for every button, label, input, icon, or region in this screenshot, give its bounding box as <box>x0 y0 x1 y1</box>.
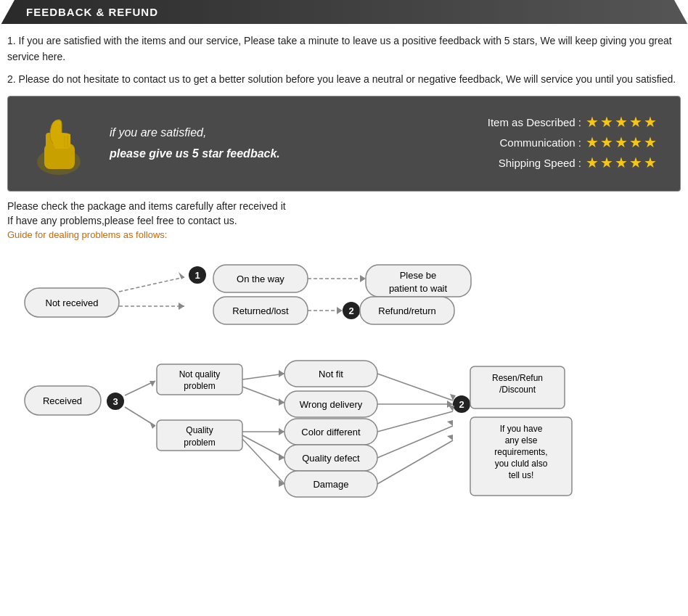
returned-lost-label: Returned/lost <box>232 305 289 316</box>
star-ratings: Item as Described : ★★★★★ Communication … <box>472 113 658 174</box>
not-quality-label-2: problem <box>184 381 215 391</box>
svg-marker-7 <box>179 272 184 279</box>
rating-stars-0: ★★★★★ <box>586 113 658 131</box>
info-line2: If have any problems,please feel free to… <box>7 215 681 226</box>
svg-line-6 <box>119 277 184 292</box>
svg-marker-15 <box>360 275 366 282</box>
color-different-label: Color different <box>301 427 361 438</box>
svg-marker-38 <box>279 428 284 435</box>
svg-marker-20 <box>337 307 343 314</box>
svg-line-55 <box>377 426 453 458</box>
rating-row-2: Shipping Speed : ★★★★★ <box>472 154 658 171</box>
svg-line-57 <box>377 440 453 484</box>
not-fit-label: Not fit <box>319 369 343 379</box>
svg-text:1: 1 <box>194 270 200 281</box>
quality-defect-label: Quality defect <box>302 453 360 464</box>
info-line1: Please check the package and items caref… <box>7 200 681 212</box>
if-you-have-2: any else <box>505 435 538 445</box>
please-wait-line1: Plese be <box>400 270 437 281</box>
paragraph-2: 2. Please do not hesitate to contact us … <box>7 71 681 87</box>
damage-label: Damage <box>313 479 348 490</box>
paragraph-1: 1. If you are satisfied with the items a… <box>7 33 681 65</box>
if-you-have-1: If you have <box>500 424 543 434</box>
svg-line-53 <box>377 411 453 432</box>
quality-prob-label-2: problem <box>184 438 215 448</box>
thumb-icon <box>30 111 88 176</box>
rating-label-1: Communication : <box>472 136 581 149</box>
guide-text: Guide for dealing problems as follows: <box>7 229 681 240</box>
main-content: 1. If you are satisfied with the items a… <box>0 33 688 513</box>
rating-stars-2: ★★★★★ <box>586 154 658 171</box>
feedback-line2: please give us 5 star feedback. <box>110 144 280 165</box>
rating-label-2: Shipping Speed : <box>472 157 581 169</box>
not-quality-label-1: Not quality <box>179 369 221 379</box>
feedback-line1: if you are satisfied, <box>110 123 280 144</box>
svg-marker-54 <box>449 406 454 411</box>
if-you-have-5: tell us! <box>509 470 534 480</box>
received-label: Received <box>43 395 82 406</box>
svg-line-41 <box>242 439 284 484</box>
if-you-have-3: requirements, <box>494 447 547 457</box>
svg-marker-56 <box>447 420 453 426</box>
svg-line-39 <box>242 435 284 458</box>
refund-return-label: Refund/return <box>378 305 436 316</box>
svg-text:2: 2 <box>459 399 464 410</box>
flow-diagram: Not received 1 On the way Returned/lost … <box>17 252 671 513</box>
svg-marker-32 <box>279 370 284 377</box>
feedback-text: if you are satisfied, please give us 5 s… <box>110 123 280 165</box>
rating-row-0: Item as Described : ★★★★★ <box>472 113 658 131</box>
rating-stars-1: ★★★★★ <box>586 134 658 151</box>
svg-text:3: 3 <box>112 396 118 407</box>
svg-line-31 <box>242 374 284 379</box>
svg-marker-11 <box>179 303 184 310</box>
rating-row-1: Communication : ★★★★★ <box>472 134 658 151</box>
resen-label-1: Resen/Refun <box>492 373 543 383</box>
quality-prob-label-1: Quality <box>186 425 213 435</box>
please-wait-line2: patient to wait <box>389 283 448 294</box>
svg-line-48 <box>377 374 453 401</box>
header-title: FEEDBACK & REFUND <box>26 6 158 18</box>
header-bar: FEEDBACK & REFUND <box>0 0 688 24</box>
resen-label-2: /Discount <box>499 385 536 395</box>
if-you-have-4: you cluld also <box>495 459 548 469</box>
on-the-way-label: On the way <box>237 274 284 284</box>
feedback-banner: if you are satisfied, please give us 5 s… <box>7 96 681 192</box>
rating-label-0: Item as Described : <box>472 116 581 128</box>
svg-line-33 <box>242 387 284 403</box>
svg-marker-58 <box>447 435 453 440</box>
wrong-delivery-label: Wrong delivery <box>300 399 363 410</box>
not-received-label: Not received <box>46 297 99 308</box>
svg-text:2: 2 <box>348 305 353 316</box>
